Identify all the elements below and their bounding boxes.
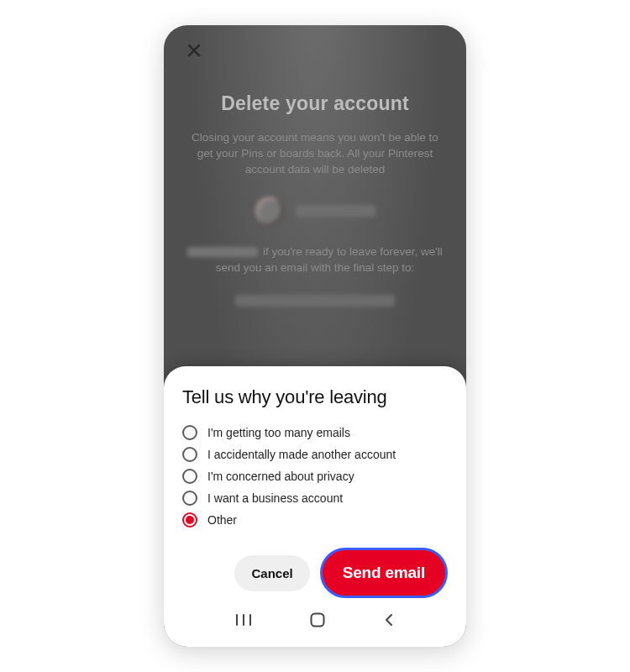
back-icon — [383, 613, 395, 630]
radio-icon — [182, 447, 197, 462]
user-name-redacted-inline — [187, 247, 258, 257]
reason-options: I'm getting too many emails I accidental… — [182, 422, 448, 531]
recents-button[interactable] — [235, 613, 252, 630]
reason-label: I'm getting too many emails — [207, 426, 350, 439]
reason-option-business[interactable]: I want a business account — [182, 487, 448, 509]
close-icon — [186, 42, 202, 62]
recents-icon — [235, 613, 252, 630]
reason-label: I accidentally made another account — [207, 448, 396, 461]
android-nav-bar — [182, 605, 448, 638]
radio-icon — [182, 469, 197, 484]
sheet-title: Tell us why you're leaving — [182, 386, 448, 408]
send-email-button[interactable]: Send email — [320, 548, 448, 598]
avatar — [255, 197, 284, 225]
cancel-button[interactable]: Cancel — [234, 555, 309, 591]
reason-option-duplicate-account[interactable]: I accidentally made another account — [182, 444, 448, 465]
svg-rect-2 — [249, 614, 251, 626]
email-redacted — [235, 295, 395, 307]
phone-frame: Delete your account Closing your account… — [164, 25, 466, 647]
reason-label: Other — [207, 513, 237, 527]
back-button[interactable] — [383, 613, 395, 630]
radio-icon — [182, 425, 197, 440]
radio-icon — [182, 491, 197, 506]
page-title: Delete your account — [182, 92, 448, 115]
svg-rect-1 — [243, 614, 244, 626]
radio-icon — [182, 512, 197, 528]
page-description: Closing your account means you won't be … — [182, 130, 448, 178]
home-icon — [310, 612, 325, 631]
reason-label: I'm concerned about privacy — [207, 470, 354, 483]
ready-text: if you're ready to leave forever, we'll … — [182, 244, 448, 276]
close-button[interactable] — [182, 40, 206, 64]
home-button[interactable] — [310, 612, 325, 631]
reason-option-privacy[interactable]: I'm concerned about privacy — [182, 465, 448, 487]
leave-reason-sheet: Tell us why you're leaving I'm getting t… — [164, 366, 466, 647]
reason-option-emails[interactable]: I'm getting too many emails — [182, 422, 448, 444]
user-row — [182, 197, 448, 225]
svg-rect-0 — [236, 614, 238, 626]
user-name-redacted — [296, 205, 375, 217]
reason-option-other[interactable]: Other — [182, 509, 448, 531]
sheet-actions: Cancel Send email — [182, 548, 448, 598]
reason-label: I want a business account — [207, 491, 343, 505]
svg-rect-3 — [311, 614, 323, 627]
